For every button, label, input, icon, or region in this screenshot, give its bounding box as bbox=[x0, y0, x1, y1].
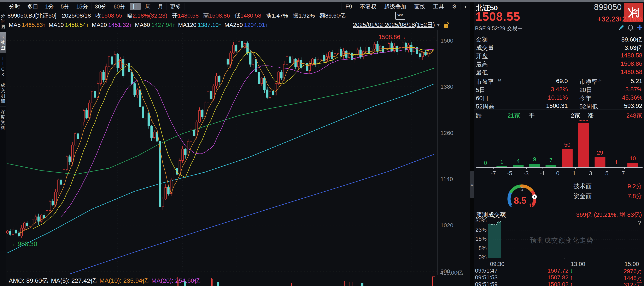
tick-row[interactable]: 09:51:531507.82 ↑1448万 bbox=[475, 274, 643, 281]
distribution-histogram: 014975015829110-7-5-3-101357 bbox=[475, 120, 643, 176]
field-高: 高1508.86 bbox=[203, 12, 230, 20]
stat-最低: 最低1480.58 bbox=[476, 67, 642, 76]
vol-AMO: AMO: 89.60亿 bbox=[9, 277, 48, 285]
quote-panel: 北证50 899050 买 1508.55 +32.23 +2.18% BSE … bbox=[474, 2, 644, 286]
ratio-row-60日: 60日10.11%今年45.36% bbox=[476, 93, 642, 101]
forecast-turnover-row: 预测成交额 369亿 (29.21%, 增 83亿) bbox=[474, 210, 644, 219]
svg-text:5: 5 bbox=[520, 186, 523, 192]
unlock-icon[interactable] bbox=[443, 21, 450, 29]
score-gauge: 05108.5 bbox=[495, 179, 549, 210]
sidebar-item-TICK[interactable]: TICK bbox=[0, 53, 6, 80]
period-tab-5分[interactable]: 5分 bbox=[57, 3, 73, 10]
ratio-row-市盈率: 市盈率TTM69.0市净率LF5.21 bbox=[476, 76, 642, 85]
svg-text:9: 9 bbox=[533, 156, 536, 162]
gear-icon[interactable]: ⚙ bbox=[448, 3, 460, 10]
fc-ytick: 15% bbox=[472, 236, 486, 242]
score-label-技术面: 技术面 bbox=[574, 182, 592, 190]
volume-bar bbox=[178, 280, 182, 286]
tick-row[interactable]: 09:51:591508.02 ↑3127万 bbox=[475, 281, 643, 286]
sidebar-item-分时图[interactable]: 分时图 bbox=[0, 11, 6, 32]
svg-text:416.00亿: 416.00亿 bbox=[440, 270, 463, 275]
period-tab-多日[interactable]: 多日 bbox=[24, 3, 42, 10]
volume-bar bbox=[344, 281, 347, 286]
svg-text:10: 10 bbox=[630, 155, 636, 162]
score-value-资金面: 7.8分 bbox=[628, 192, 642, 200]
tick-row[interactable]: 09:51:471507.72 ↓2976万 bbox=[475, 267, 643, 274]
edit-pencil-icon[interactable] bbox=[618, 24, 625, 31]
stat-最高: 最高1508.86 bbox=[476, 59, 642, 67]
sidebar-item-K线图[interactable]: K线图 bbox=[0, 32, 6, 53]
period-tabs: 分时多日1分5分15分30分60分日周月更多 bbox=[6, 3, 185, 10]
kline-chart[interactable]: 150013801260114010209001508.86→←988.3041… bbox=[6, 30, 470, 275]
field-振: 振1.92% bbox=[292, 12, 315, 20]
score-label-资金面: 资金面 bbox=[574, 192, 592, 200]
volume-bar bbox=[209, 278, 212, 286]
svg-text:0: 0 bbox=[484, 160, 487, 166]
svg-text:29: 29 bbox=[597, 149, 603, 156]
forecast-watermark: 预测成交额变化走势 bbox=[530, 236, 594, 245]
svg-text:1: 1 bbox=[500, 159, 504, 165]
vol-MA5: MA(5): 227.42亿 bbox=[51, 277, 96, 285]
svg-text:1020: 1020 bbox=[440, 222, 453, 229]
field-换: 换1.47% bbox=[266, 12, 288, 20]
last-price: 1508.55 bbox=[476, 9, 520, 23]
svg-text:-7: -7 bbox=[491, 170, 496, 176]
left-view-tabs: 分时图K线图TICK成交明细深度资料 bbox=[0, 11, 6, 251]
volume-bar bbox=[175, 277, 178, 286]
sidebar-item-成交明细[interactable]: 成交明细 bbox=[0, 80, 6, 107]
collapse-handle[interactable]: » bbox=[470, 171, 474, 198]
wp-monitor-icon[interactable]: WP bbox=[395, 12, 405, 20]
tool-超级叠加[interactable]: 超级叠加 bbox=[380, 3, 410, 10]
period-tab-月[interactable]: 月 bbox=[154, 3, 167, 10]
svg-text:4: 4 bbox=[517, 158, 520, 164]
stat-成交量: 成交量3.63亿 bbox=[476, 43, 642, 51]
field-低: 低1480.58 bbox=[234, 12, 261, 20]
tool-不复权[interactable]: 不复权 bbox=[356, 3, 380, 10]
field-额: 额89.60亿 bbox=[320, 12, 346, 20]
field-收: 收1508.55 bbox=[96, 12, 122, 20]
volume-bar bbox=[361, 283, 364, 286]
forecast-value: 369亿 (29.21%, 增 83亿) bbox=[576, 211, 642, 219]
period-tab-分时[interactable]: 分时 bbox=[6, 3, 24, 10]
chevron-right-icon[interactable]: › bbox=[460, 3, 470, 10]
vol-MA10: MA(10): 235.94亿 bbox=[100, 277, 148, 285]
svg-text:5: 5 bbox=[605, 170, 608, 176]
date-range-control[interactable]: 2025/01/02-2025/08/18(152日) ▼ bbox=[353, 21, 450, 29]
volume-bar bbox=[289, 283, 292, 286]
period-tab-周[interactable]: 周 bbox=[142, 3, 154, 10]
svg-text:0: 0 bbox=[556, 170, 560, 176]
ratio-row-5日: 5日3.42%20日3.87% bbox=[476, 85, 642, 93]
fc-xtick: 13:00 bbox=[571, 261, 585, 267]
quote-date: 2025/08/18 bbox=[62, 12, 91, 19]
svg-text:0: 0 bbox=[510, 202, 512, 208]
volume-bar bbox=[432, 277, 435, 286]
volume-bar bbox=[184, 282, 186, 286]
quote-fields: 收1508.55幅2.18%(32.23)开1480.58高1508.86低14… bbox=[91, 12, 346, 20]
add-plus-icon[interactable] bbox=[636, 24, 643, 31]
svg-text:7: 7 bbox=[549, 157, 552, 163]
period-tab-30分[interactable]: 30分 bbox=[92, 3, 110, 10]
period-tab-更多[interactable]: 更多 bbox=[167, 3, 185, 10]
tool-画线[interactable]: 画线 bbox=[410, 3, 429, 10]
svg-text:-1: -1 bbox=[540, 170, 545, 176]
field-幅: 幅2.18%(32.23) bbox=[127, 12, 167, 20]
period-tab-15分[interactable]: 15分 bbox=[73, 3, 92, 10]
tool-工具[interactable]: 工具 bbox=[429, 3, 448, 10]
ma-values: MA51465.83↑MA101458.54↑MA201451.32↑MA601… bbox=[6, 22, 268, 28]
svg-text:158: 158 bbox=[579, 120, 588, 122]
period-tab-日[interactable]: 日 bbox=[130, 3, 140, 10]
fc-ytick: 23% bbox=[472, 227, 486, 233]
period-tab-60分[interactable]: 60分 bbox=[110, 3, 129, 10]
svg-text:8.5: 8.5 bbox=[514, 195, 526, 206]
date-range-label[interactable]: 2025/01/02-2025/08/18(152日) bbox=[353, 21, 435, 29]
score-value-技术面: 9.2分 bbox=[628, 182, 642, 190]
volume-bar bbox=[212, 279, 215, 286]
ma-value-MA10: MA101458.54↑ bbox=[49, 22, 89, 28]
volume-indicator-bar: AMO: 89.60亿MA(5): 227.42亿MA(10): 235.94亿… bbox=[6, 275, 470, 286]
chevron-down-icon[interactable]: ▼ bbox=[436, 22, 441, 28]
period-tab-1分[interactable]: 1分 bbox=[42, 3, 57, 10]
tool-F9[interactable]: F9 bbox=[342, 3, 356, 10]
ma-value-MA250: MA2501204.01↑ bbox=[224, 22, 268, 28]
bell-icon[interactable] bbox=[627, 24, 634, 31]
sidebar-item-深度资料[interactable]: 深度资料 bbox=[0, 107, 6, 133]
